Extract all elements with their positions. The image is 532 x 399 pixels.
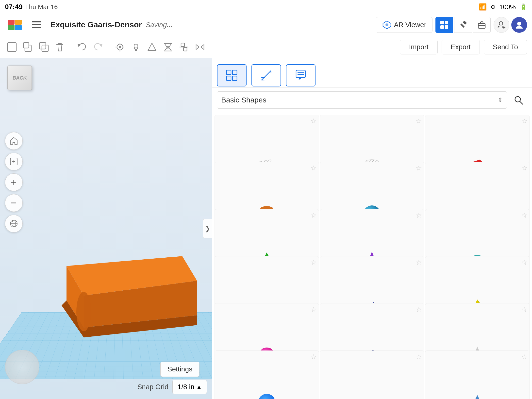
right-panel: Basic Shapes ⇕ ☆: [212, 58, 532, 399]
home-view-button[interactable]: [5, 132, 23, 150]
zoom-out-icon: [9, 199, 18, 207]
svg-rect-6: [445, 21, 448, 24]
snap-grid-selector[interactable]: 1/8 in ▲: [172, 380, 207, 394]
wifi-icon: 📶: [479, 3, 487, 11]
align-button[interactable]: [177, 38, 191, 56]
tab-shapes[interactable]: [217, 64, 247, 86]
send-to-label: Send To: [493, 43, 518, 51]
briefcase-view-button[interactable]: [473, 17, 491, 33]
shape-gen-button[interactable]: [145, 38, 159, 56]
star-pyramid-green[interactable]: ☆: [311, 211, 317, 219]
star-circle-blue[interactable]: ☆: [311, 353, 317, 361]
svg-rect-8: [445, 25, 448, 29]
saving-indicator: Saving...: [146, 21, 173, 29]
export-button[interactable]: Export: [442, 40, 480, 54]
shapes-tab-icon: [226, 69, 238, 82]
star-cone-purple[interactable]: ☆: [416, 211, 422, 219]
project-title: Exquisite Gaaris-Densor: [50, 20, 142, 29]
mini-viewport[interactable]: [5, 350, 39, 384]
import-label: Import: [409, 43, 428, 51]
duplicate-button[interactable]: [37, 38, 51, 56]
zoom-in-button[interactable]: [5, 173, 23, 191]
svg-rect-20: [42, 45, 48, 51]
ar-viewer-button[interactable]: AR Viewer: [376, 17, 432, 33]
zoom-out-button[interactable]: [5, 194, 23, 212]
shape-brown[interactable]: ☆: [320, 350, 424, 399]
fit-view-button[interactable]: [5, 153, 23, 170]
star-box-hole[interactable]: ☆: [311, 117, 317, 125]
settings-label: Settings: [167, 365, 192, 373]
search-button[interactable]: [510, 91, 527, 109]
duplicate-icon: [38, 42, 49, 52]
perspective-button[interactable]: [5, 215, 23, 233]
svg-rect-47: [227, 70, 231, 75]
redo-button[interactable]: [91, 38, 105, 56]
shape-preview-brown: [358, 389, 385, 399]
star-cone-gray[interactable]: ☆: [521, 305, 527, 314]
tab-measure[interactable]: [251, 64, 281, 86]
orientation-cube[interactable]: BACK: [7, 66, 39, 98]
undo-button[interactable]: [75, 38, 89, 56]
tinkercad-logo[interactable]: [5, 17, 25, 32]
copy-button[interactable]: [21, 38, 35, 56]
svg-rect-11: [478, 23, 485, 28]
tab-notes[interactable]: [286, 64, 316, 86]
toolbar-left: [5, 16, 45, 34]
settings-area: Settings: [160, 362, 200, 377]
svg-rect-30: [181, 43, 184, 47]
mirror-icon: [195, 42, 205, 52]
star-pyramid-yellow[interactable]: ☆: [521, 258, 527, 266]
menu-button[interactable]: [28, 16, 45, 34]
star-extra-1[interactable]: ☆: [521, 353, 527, 361]
settings-button[interactable]: Settings: [160, 362, 200, 377]
panel-collapse-button[interactable]: ❯: [203, 219, 212, 238]
delete-icon: [54, 42, 65, 52]
camera-button[interactable]: [113, 38, 127, 56]
star-roof-teal[interactable]: ☆: [521, 211, 527, 219]
star-hemisphere-pink[interactable]: ☆: [311, 305, 317, 314]
delete-button[interactable]: [53, 38, 67, 56]
star-brown[interactable]: ☆: [416, 353, 422, 361]
new-shape-button[interactable]: [5, 38, 19, 56]
star-box-solid[interactable]: ☆: [521, 117, 527, 125]
light-button[interactable]: [129, 38, 143, 56]
shape-circle-blue[interactable]: ☆: [215, 350, 319, 399]
svg-point-13: [499, 22, 503, 25]
export-label: Export: [451, 43, 471, 51]
star-cylinder-hole[interactable]: ☆: [416, 117, 422, 125]
shape-gen-icon: [147, 42, 157, 52]
user-avatar[interactable]: [511, 17, 527, 33]
svg-marker-23: [99, 44, 102, 47]
shape-extra-1[interactable]: ☆: [425, 350, 530, 399]
measure-tab-icon: [260, 69, 272, 82]
star-cylinder-solid[interactable]: ☆: [311, 164, 317, 172]
hammer-view-button[interactable]: [454, 17, 472, 33]
star-sphere[interactable]: ☆: [416, 164, 422, 172]
svg-line-58: [520, 101, 523, 104]
star-text-red[interactable]: ☆: [311, 258, 317, 266]
status-bar-right: 📶 ⊕ 100% 🔋: [479, 3, 527, 11]
svg-point-25: [119, 46, 121, 48]
send-to-button[interactable]: Send To: [484, 40, 527, 54]
separator-2: [109, 41, 109, 53]
canvas-area[interactable]: BACK: [0, 58, 212, 399]
snap-grid-label: Snap Grid: [137, 383, 168, 391]
add-user-button[interactable]: [494, 17, 509, 33]
zoom-in-icon: [9, 178, 18, 187]
time-display: 07:49: [5, 3, 23, 11]
star-box-dark-blue[interactable]: ☆: [416, 258, 422, 266]
shapes-category-selector[interactable]: Basic Shapes ⇕: [217, 91, 507, 109]
flip-button[interactable]: [161, 38, 175, 56]
mirror-button[interactable]: [193, 38, 207, 56]
svg-rect-21: [39, 43, 46, 49]
3d-orange-shape[interactable]: [30, 251, 197, 345]
grid-view-button[interactable]: [435, 17, 453, 33]
selector-arrows: ⇕: [498, 97, 503, 103]
svg-rect-54: [296, 70, 305, 78]
import-button[interactable]: Import: [400, 40, 437, 54]
star-cube-navy[interactable]: ☆: [416, 305, 422, 314]
star-text3d[interactable]: ☆: [521, 164, 527, 172]
svg-rect-19: [23, 43, 29, 48]
snap-grid-value: 1/8 in: [178, 383, 195, 391]
top-toolbar: Exquisite Gaaris-Densor Saving... AR Vie…: [0, 14, 532, 36]
